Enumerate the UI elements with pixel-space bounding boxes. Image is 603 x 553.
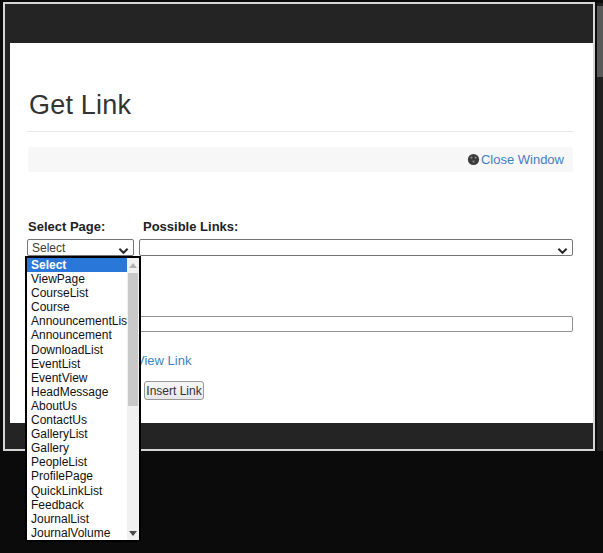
dropdown-option[interactable]: ProfilePage — [27, 469, 127, 483]
arrow-up-icon — [129, 263, 137, 268]
dropdown-option[interactable]: AboutUs — [27, 399, 127, 413]
dropdown-option[interactable]: Course — [27, 300, 127, 314]
scroll-up-button[interactable] — [127, 258, 139, 272]
insert-link-button[interactable]: Insert Link — [144, 381, 204, 400]
arrow-down-icon — [129, 531, 137, 536]
dropdown-scrollbar[interactable] — [127, 258, 139, 540]
scroll-down-button[interactable] — [127, 526, 139, 540]
close-window-link[interactable]: Close Window — [467, 152, 564, 167]
dropdown-scrollbar-thumb[interactable] — [128, 273, 138, 406]
dropdown-option[interactable]: ContactUs — [27, 413, 127, 427]
close-window-label: Close Window — [481, 152, 564, 167]
dropdown-option[interactable]: JournalVolume — [27, 526, 127, 540]
dropdown-option[interactable]: Feedback — [27, 498, 127, 512]
title-divider — [27, 131, 574, 132]
dropdown-option[interactable]: HeadMessage — [27, 385, 127, 399]
dropdown-options: SelectViewPageCourseListCourseAnnounceme… — [27, 258, 127, 540]
dropdown-option[interactable]: EventView — [27, 371, 127, 385]
dropdown-option[interactable]: GalleryList — [27, 427, 127, 441]
chevron-down-icon — [118, 244, 129, 252]
view-link[interactable]: View Link — [136, 353, 191, 368]
browser-scrollbar[interactable] — [597, 3, 603, 451]
browser-scrollbar-thumb[interactable] — [597, 6, 603, 77]
select-page-dropdown[interactable]: Select — [27, 239, 134, 256]
select-page-value: Select — [32, 241, 118, 255]
dropdown-option[interactable]: DownloadList — [27, 343, 127, 357]
dropdown-option[interactable]: AnnouncementList — [27, 314, 127, 328]
possible-links-dropdown[interactable] — [139, 239, 573, 256]
toolbar: Close Window — [28, 147, 573, 172]
dropdown-option[interactable]: PeopleList — [27, 455, 127, 469]
dropdown-option[interactable]: Gallery — [27, 441, 127, 455]
dropdown-option[interactable]: ViewPage — [27, 272, 127, 286]
dropdown-option[interactable]: Select — [27, 258, 127, 272]
dropdown-option[interactable]: EventList — [27, 357, 127, 371]
dropdown-option[interactable]: CourseList — [27, 286, 127, 300]
chevron-down-icon — [557, 244, 568, 252]
page-title: Get Link — [29, 90, 131, 121]
dropdown-option[interactable]: JournalList — [27, 512, 127, 526]
select-page-label: Select Page: — [28, 219, 105, 234]
close-window-icon — [467, 153, 480, 166]
dropdown-option[interactable]: Announcement — [27, 328, 127, 342]
possible-links-label: Possible Links: — [143, 219, 238, 234]
select-page-open-list: SelectViewPageCourseListCourseAnnounceme… — [25, 256, 141, 542]
dropdown-option[interactable]: QuickLinkList — [27, 484, 127, 498]
